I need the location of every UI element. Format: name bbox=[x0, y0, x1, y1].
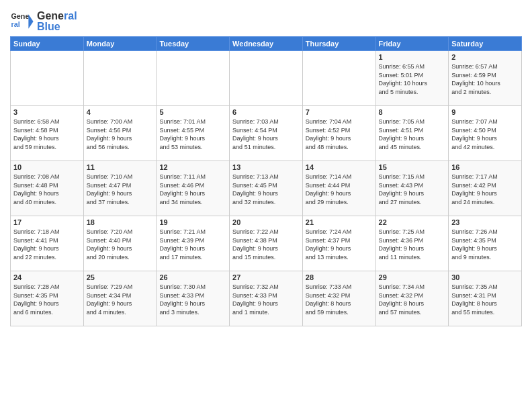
day-number: 13 bbox=[232, 163, 300, 171]
calendar-week-row: 10Sunrise: 7:08 AM Sunset: 4:48 PM Dayli… bbox=[11, 161, 522, 216]
calendar-cell: 17Sunrise: 7:18 AM Sunset: 4:41 PM Dayli… bbox=[11, 216, 84, 271]
calendar-cell bbox=[157, 51, 230, 106]
day-info: Sunrise: 6:57 AM Sunset: 4:59 PM Dayligh… bbox=[451, 62, 519, 96]
day-number: 27 bbox=[232, 273, 300, 281]
weekday-header-wednesday: Wednesday bbox=[230, 37, 303, 51]
day-number: 30 bbox=[451, 273, 519, 281]
logo-svg: Gene ral bbox=[10, 9, 34, 34]
day-number: 22 bbox=[379, 218, 446, 226]
day-info: Sunrise: 7:30 AM Sunset: 4:33 PM Dayligh… bbox=[159, 283, 226, 316]
calendar-cell: 16Sunrise: 7:17 AM Sunset: 4:42 PM Dayli… bbox=[449, 161, 522, 216]
day-number: 7 bbox=[306, 108, 373, 116]
day-info: Sunrise: 7:07 AM Sunset: 4:50 PM Dayligh… bbox=[451, 118, 519, 151]
day-info: Sunrise: 7:11 AM Sunset: 4:46 PM Dayligh… bbox=[159, 173, 226, 206]
calendar-cell: 6Sunrise: 7:03 AM Sunset: 4:54 PM Daylig… bbox=[230, 106, 303, 161]
calendar-cell: 12Sunrise: 7:11 AM Sunset: 4:46 PM Dayli… bbox=[157, 161, 230, 216]
day-number: 28 bbox=[306, 273, 373, 281]
calendar-cell: 28Sunrise: 7:33 AM Sunset: 4:32 PM Dayli… bbox=[302, 271, 375, 326]
calendar-cell: 4Sunrise: 7:00 AM Sunset: 4:56 PM Daylig… bbox=[83, 106, 157, 161]
calendar-cell: 13Sunrise: 7:13 AM Sunset: 4:45 PM Dayli… bbox=[230, 161, 303, 216]
day-number: 2 bbox=[451, 53, 519, 61]
calendar-cell: 30Sunrise: 7:35 AM Sunset: 4:31 PM Dayli… bbox=[449, 271, 522, 326]
weekday-header-tuesday: Tuesday bbox=[157, 37, 230, 51]
day-number: 8 bbox=[379, 108, 446, 116]
weekday-header-thursday: Thursday bbox=[302, 37, 375, 51]
day-info: Sunrise: 7:25 AM Sunset: 4:36 PM Dayligh… bbox=[379, 228, 446, 261]
day-number: 4 bbox=[87, 108, 154, 116]
logo: Gene ral General Blue bbox=[10, 9, 77, 34]
header: Gene ral General Blue bbox=[10, 7, 522, 34]
calendar-cell bbox=[11, 51, 84, 106]
day-info: Sunrise: 7:01 AM Sunset: 4:55 PM Dayligh… bbox=[159, 118, 226, 151]
calendar-header: SundayMondayTuesdayWednesdayThursdayFrid… bbox=[11, 37, 522, 51]
calendar-cell bbox=[83, 51, 157, 106]
day-number: 20 bbox=[232, 218, 300, 226]
weekday-header-monday: Monday bbox=[83, 37, 157, 51]
day-info: Sunrise: 7:24 AM Sunset: 4:37 PM Dayligh… bbox=[306, 228, 373, 261]
day-info: Sunrise: 7:17 AM Sunset: 4:42 PM Dayligh… bbox=[451, 173, 519, 206]
day-number: 6 bbox=[232, 108, 300, 116]
calendar-week-row: 3Sunrise: 6:58 AM Sunset: 4:58 PM Daylig… bbox=[11, 106, 522, 161]
day-info: Sunrise: 7:14 AM Sunset: 4:44 PM Dayligh… bbox=[306, 173, 373, 206]
day-number: 29 bbox=[379, 273, 446, 281]
calendar-cell: 21Sunrise: 7:24 AM Sunset: 4:37 PM Dayli… bbox=[302, 216, 375, 271]
day-number: 23 bbox=[451, 218, 519, 226]
main-container: Gene ral General Blue SundayMondayTuesda… bbox=[0, 0, 532, 330]
weekday-header-row: SundayMondayTuesdayWednesdayThursdayFrid… bbox=[11, 37, 522, 51]
day-number: 21 bbox=[306, 218, 373, 226]
svg-text:ral: ral bbox=[11, 20, 19, 28]
weekday-header-saturday: Saturday bbox=[449, 37, 522, 51]
day-info: Sunrise: 7:34 AM Sunset: 4:32 PM Dayligh… bbox=[379, 283, 446, 316]
day-info: Sunrise: 7:05 AM Sunset: 4:51 PM Dayligh… bbox=[379, 118, 446, 151]
calendar-cell: 23Sunrise: 7:26 AM Sunset: 4:35 PM Dayli… bbox=[449, 216, 522, 271]
calendar-cell: 7Sunrise: 7:04 AM Sunset: 4:52 PM Daylig… bbox=[302, 106, 375, 161]
day-info: Sunrise: 7:13 AM Sunset: 4:45 PM Dayligh… bbox=[232, 173, 300, 206]
day-number: 11 bbox=[87, 163, 154, 171]
calendar-cell: 27Sunrise: 7:32 AM Sunset: 4:33 PM Dayli… bbox=[230, 271, 303, 326]
calendar-cell: 14Sunrise: 7:14 AM Sunset: 4:44 PM Dayli… bbox=[302, 161, 375, 216]
day-info: Sunrise: 7:10 AM Sunset: 4:47 PM Dayligh… bbox=[87, 173, 154, 206]
day-number: 16 bbox=[451, 163, 519, 171]
day-info: Sunrise: 7:00 AM Sunset: 4:56 PM Dayligh… bbox=[87, 118, 154, 151]
calendar-cell: 1Sunrise: 6:55 AM Sunset: 5:01 PM Daylig… bbox=[375, 51, 449, 106]
day-number: 15 bbox=[379, 163, 446, 171]
day-info: Sunrise: 7:22 AM Sunset: 4:38 PM Dayligh… bbox=[232, 228, 300, 261]
day-number: 10 bbox=[13, 163, 81, 171]
calendar-cell: 8Sunrise: 7:05 AM Sunset: 4:51 PM Daylig… bbox=[375, 106, 449, 161]
calendar-cell: 24Sunrise: 7:28 AM Sunset: 4:35 PM Dayli… bbox=[11, 271, 84, 326]
calendar-cell: 18Sunrise: 7:20 AM Sunset: 4:40 PM Dayli… bbox=[83, 216, 157, 271]
svg-marker-2 bbox=[28, 14, 33, 29]
day-number: 17 bbox=[13, 218, 81, 226]
day-number: 18 bbox=[87, 218, 154, 226]
day-info: Sunrise: 7:28 AM Sunset: 4:35 PM Dayligh… bbox=[13, 283, 81, 316]
day-info: Sunrise: 7:03 AM Sunset: 4:54 PM Dayligh… bbox=[232, 118, 300, 151]
calendar-table: SundayMondayTuesdayWednesdayThursdayFrid… bbox=[10, 36, 522, 326]
day-info: Sunrise: 7:20 AM Sunset: 4:40 PM Dayligh… bbox=[87, 228, 154, 261]
day-info: Sunrise: 7:35 AM Sunset: 4:31 PM Dayligh… bbox=[451, 283, 519, 316]
calendar-cell: 15Sunrise: 7:15 AM Sunset: 4:43 PM Dayli… bbox=[375, 161, 449, 216]
calendar-cell: 29Sunrise: 7:34 AM Sunset: 4:32 PM Dayli… bbox=[375, 271, 449, 326]
day-info: Sunrise: 7:29 AM Sunset: 4:34 PM Dayligh… bbox=[87, 283, 154, 316]
calendar-week-row: 1Sunrise: 6:55 AM Sunset: 5:01 PM Daylig… bbox=[11, 51, 522, 106]
weekday-header-friday: Friday bbox=[375, 37, 449, 51]
weekday-header-sunday: Sunday bbox=[11, 37, 84, 51]
calendar-cell: 11Sunrise: 7:10 AM Sunset: 4:47 PM Dayli… bbox=[83, 161, 157, 216]
day-info: Sunrise: 7:04 AM Sunset: 4:52 PM Dayligh… bbox=[306, 118, 373, 151]
calendar-cell: 19Sunrise: 7:21 AM Sunset: 4:39 PM Dayli… bbox=[157, 216, 230, 271]
calendar-cell: 20Sunrise: 7:22 AM Sunset: 4:38 PM Dayli… bbox=[230, 216, 303, 271]
calendar-cell: 5Sunrise: 7:01 AM Sunset: 4:55 PM Daylig… bbox=[157, 106, 230, 161]
calendar-cell: 9Sunrise: 7:07 AM Sunset: 4:50 PM Daylig… bbox=[449, 106, 522, 161]
day-info: Sunrise: 7:26 AM Sunset: 4:35 PM Dayligh… bbox=[451, 228, 519, 261]
day-number: 14 bbox=[306, 163, 373, 171]
day-info: Sunrise: 7:33 AM Sunset: 4:32 PM Dayligh… bbox=[306, 283, 373, 316]
calendar-cell: 2Sunrise: 6:57 AM Sunset: 4:59 PM Daylig… bbox=[449, 51, 522, 106]
day-info: Sunrise: 6:58 AM Sunset: 4:58 PM Dayligh… bbox=[13, 118, 81, 151]
day-number: 24 bbox=[13, 273, 81, 281]
day-number: 3 bbox=[13, 108, 81, 116]
day-info: Sunrise: 7:18 AM Sunset: 4:41 PM Dayligh… bbox=[13, 228, 81, 261]
day-info: Sunrise: 7:21 AM Sunset: 4:39 PM Dayligh… bbox=[159, 228, 226, 261]
calendar-cell: 22Sunrise: 7:25 AM Sunset: 4:36 PM Dayli… bbox=[375, 216, 449, 271]
calendar-week-row: 24Sunrise: 7:28 AM Sunset: 4:35 PM Dayli… bbox=[11, 271, 522, 326]
calendar-cell bbox=[230, 51, 303, 106]
calendar-cell: 10Sunrise: 7:08 AM Sunset: 4:48 PM Dayli… bbox=[11, 161, 84, 216]
